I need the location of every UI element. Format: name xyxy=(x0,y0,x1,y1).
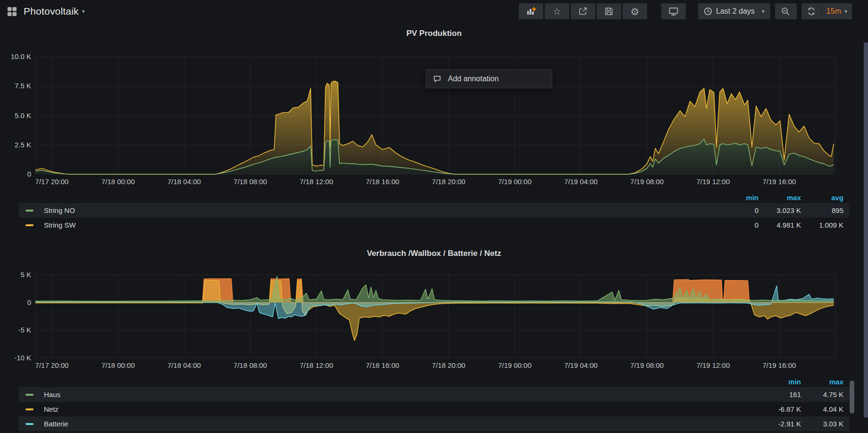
chevron-down-icon: ▾ xyxy=(844,8,847,15)
x-tick-label: 7/18 00:00 xyxy=(101,361,135,369)
series-color-swatch xyxy=(25,224,34,226)
x-tick-label: 7/18 08:00 xyxy=(234,361,267,369)
x-tick-label: 7/18 12:00 xyxy=(300,178,333,186)
save-button[interactable] xyxy=(597,3,621,19)
chevron-down-icon[interactable]: ▾ xyxy=(82,8,85,15)
legend-stat-header[interactable]: max xyxy=(758,194,801,202)
stat-value: 4.75 K xyxy=(801,391,843,399)
tv-mode-icon xyxy=(668,6,679,17)
x-tick-label: 7/18 20:00 xyxy=(432,178,465,186)
x-tick-label: 7/19 12:00 xyxy=(696,361,730,369)
legend-row-netz[interactable]: Netz-6.87 K4.04 K xyxy=(19,402,849,416)
stat-value: 4.981 K xyxy=(758,221,801,229)
x-tick-label: 7/19 04:00 xyxy=(564,178,598,186)
x-tick-label: 7/18 00:00 xyxy=(101,178,135,186)
share-button[interactable] xyxy=(571,3,595,19)
refresh-button[interactable] xyxy=(801,3,821,19)
x-tick-label: 7/18 20:00 xyxy=(432,361,465,369)
series-color-swatch xyxy=(25,394,34,396)
annotation-bubble-icon xyxy=(433,75,442,84)
y-tick-label: 7.5 K xyxy=(15,82,31,90)
legend-header-row: minmax xyxy=(19,376,849,387)
x-tick-label: 7/19 16:00 xyxy=(762,361,796,369)
navbar: Photovoltaik ▾ ☆ ⚙ xyxy=(0,0,868,23)
time-range-label: Last 2 days xyxy=(716,7,755,16)
x-tick-label: 7/19 12:00 xyxy=(696,178,730,186)
refresh-picker: 15m ▾ xyxy=(801,3,852,19)
y-tick-label: 5.0 K xyxy=(15,111,31,119)
stat-value: 161 xyxy=(758,391,801,399)
panel-pv-produktion: PV Produktion 10.0 K7.5 K5.0 K2.5 K07/17… xyxy=(0,23,868,232)
tv-mode-button[interactable] xyxy=(661,3,686,19)
legend-stat-header[interactable]: max xyxy=(801,378,843,386)
add-panel-icon xyxy=(525,6,537,17)
legend-stat-header[interactable]: min xyxy=(716,194,758,202)
x-tick-label: 7/17 20:00 xyxy=(35,178,69,186)
x-tick-label: 7/18 04:00 xyxy=(168,361,201,369)
pv-produktion-plot[interactable]: 10.0 K7.5 K5.0 K2.5 K07/17 20:007/18 00:… xyxy=(0,44,868,192)
zoom-out-icon xyxy=(780,6,791,17)
verbrauch-plot[interactable]: 5 K0-5 K-10 K7/17 20:007/18 00:007/18 04… xyxy=(0,263,868,376)
legend-stat-header[interactable]: avg xyxy=(801,194,843,202)
dashboards-grid-icon[interactable] xyxy=(7,6,17,17)
time-range-picker[interactable]: Last 2 days ▾ xyxy=(698,3,770,19)
refresh-interval-button[interactable]: 15m ▾ xyxy=(822,3,852,19)
series-label: Haus xyxy=(44,391,60,399)
stat-value: 895 xyxy=(801,206,843,214)
series-label: Netz xyxy=(44,405,59,413)
x-tick-label: 7/19 08:00 xyxy=(630,361,664,369)
settings-button[interactable]: ⚙ xyxy=(623,3,647,19)
pv-produktion-legend: minmaxavgString NO03.023 K895String SW04… xyxy=(19,192,849,232)
page-scrollbar xyxy=(864,0,868,433)
share-icon xyxy=(578,6,588,17)
series-color-swatch xyxy=(25,408,34,410)
legend-scrollbar-thumb[interactable] xyxy=(850,381,854,414)
stat-value: 4.04 K xyxy=(801,405,843,413)
x-tick-label: 7/19 00:00 xyxy=(498,361,531,369)
panel-title[interactable]: PV Produktion xyxy=(0,23,868,44)
legend-stat-header[interactable]: min xyxy=(758,378,801,386)
add-annotation-label: Add annotation xyxy=(448,75,499,83)
page-scrollbar-thumb[interactable] xyxy=(864,42,868,417)
legend-row-batterie[interactable]: Batterie-2.91 K3.03 K xyxy=(19,416,849,431)
legend-row-string-sw[interactable]: String SW04.981 K1.009 K xyxy=(19,218,849,232)
stat-value: 3.023 K xyxy=(758,206,801,214)
series-label: String NO xyxy=(44,206,75,214)
x-tick-label: 7/19 04:00 xyxy=(564,361,598,369)
x-tick-label: 7/18 16:00 xyxy=(366,178,399,186)
legend-row-haus[interactable]: Haus1614.75 K xyxy=(19,387,849,402)
x-tick-label: 7/19 08:00 xyxy=(630,178,664,186)
gear-icon: ⚙ xyxy=(631,7,640,17)
x-tick-label: 7/18 12:00 xyxy=(300,361,333,369)
y-tick-label: 0 xyxy=(27,170,31,178)
y-tick-label: -5 K xyxy=(18,326,31,334)
save-icon xyxy=(604,6,614,17)
y-tick-label: -10 K xyxy=(14,354,31,362)
chevron-down-icon: ▾ xyxy=(762,8,765,15)
y-tick-label: 0 xyxy=(27,298,31,306)
stat-value: 3.03 K xyxy=(801,420,843,428)
stat-value: 1.009 K xyxy=(801,221,843,229)
dashboard-title[interactable]: Photovoltaik xyxy=(24,6,79,17)
panel-verbrauch: Verbrauch /Wallbox / Batterie / Netz 5 K… xyxy=(0,245,868,431)
y-tick-label: 2.5 K xyxy=(15,141,31,149)
clock-icon xyxy=(704,7,712,16)
star-button[interactable]: ☆ xyxy=(545,3,569,19)
panel-title[interactable]: Verbrauch /Wallbox / Batterie / Netz xyxy=(0,245,868,263)
series-color-swatch xyxy=(25,210,34,212)
x-tick-label: 7/19 00:00 xyxy=(498,178,531,186)
y-tick-label: 5 K xyxy=(20,271,31,279)
verbrauch-legend: minmaxHaus1614.75 KNetz-6.87 K4.04 KBatt… xyxy=(19,376,849,431)
add-panel-button[interactable] xyxy=(519,3,543,19)
add-annotation-menu-item[interactable]: Add annotation xyxy=(426,69,552,88)
y-tick-label: 10.0 K xyxy=(11,52,31,60)
stat-value: -6.87 K xyxy=(758,405,801,413)
x-tick-label: 7/19 16:00 xyxy=(762,178,796,186)
legend-row-string-no[interactable]: String NO03.023 K895 xyxy=(19,203,849,218)
x-tick-label: 7/18 16:00 xyxy=(366,361,399,369)
stat-value: 0 xyxy=(716,221,758,229)
zoom-out-button[interactable] xyxy=(775,3,797,19)
refresh-interval-label: 15m xyxy=(826,7,841,16)
x-tick-label: 7/18 04:00 xyxy=(168,178,201,186)
legend-header-row: minmaxavg xyxy=(19,192,849,203)
